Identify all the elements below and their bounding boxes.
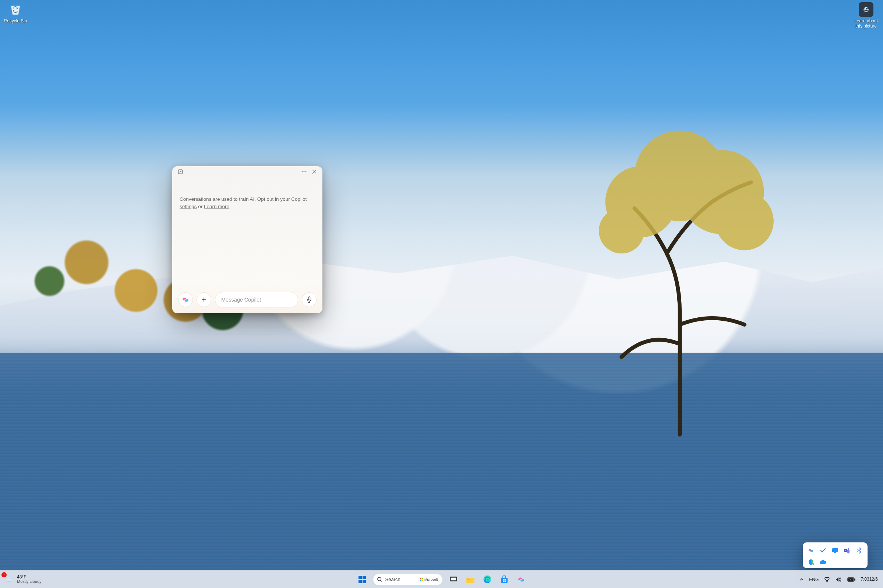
svg-text:T: T [845, 549, 847, 552]
windows-spotlight[interactable]: Learn about this picture [852, 2, 880, 28]
tray-your-phone-icon[interactable] [831, 546, 839, 555]
tray-todo-icon[interactable] [818, 546, 827, 555]
svg-rect-33 [504, 580, 506, 582]
system-tray: ENG 7:03 12/6 [797, 571, 883, 588]
weather-condition: Mostly cloudy [17, 579, 42, 584]
svg-rect-27 [467, 579, 470, 580]
svg-rect-26 [466, 579, 474, 583]
recycle-bin-icon [8, 1, 24, 17]
more-button[interactable] [299, 167, 309, 176]
svg-point-23 [377, 578, 381, 580]
tray-copilot-icon[interactable] [806, 546, 815, 555]
taskbar-search[interactable]: Search Microsoft [373, 574, 443, 585]
file-explorer-button[interactable] [463, 572, 478, 587]
svg-rect-13 [834, 552, 836, 553]
task-view-button[interactable] [446, 572, 461, 587]
svg-rect-21 [358, 580, 362, 583]
svg-point-34 [827, 581, 827, 582]
svg-rect-11 [308, 297, 310, 300]
svg-point-6 [865, 8, 866, 9]
svg-point-9 [304, 171, 305, 172]
weather-widget[interactable]: 7 48°F Mostly cloudy [4, 571, 42, 588]
search-placeholder: Search [385, 577, 415, 582]
clock-date: 12/6 [869, 577, 878, 582]
weather-icon: 7 [4, 574, 14, 585]
svg-point-3 [716, 192, 774, 250]
expand-button[interactable] [175, 167, 185, 176]
wifi-icon[interactable] [821, 572, 833, 587]
svg-point-4 [599, 208, 644, 254]
spotlight-icon [859, 2, 873, 17]
svg-rect-12 [832, 548, 838, 552]
copilot-input-row: Message Copilot [172, 288, 322, 313]
svg-point-10 [305, 171, 307, 172]
microphone-button[interactable] [302, 292, 317, 307]
svg-rect-22 [363, 580, 366, 583]
clock[interactable]: 7:03 12/6 [858, 572, 880, 587]
svg-rect-36 [854, 579, 855, 580]
weather-alert-badge: 7 [2, 572, 7, 578]
svg-point-16 [848, 548, 850, 550]
search-icon [377, 577, 382, 582]
tray-overflow-button[interactable] [797, 572, 806, 587]
svg-rect-20 [363, 576, 366, 579]
battery-icon[interactable] [845, 572, 857, 587]
tray-overflow-flyout: T [803, 542, 868, 568]
recycle-bin[interactable]: Recycle Bin [2, 1, 29, 24]
copilot-notice-end: . [229, 204, 231, 209]
copilot-learn-more-link[interactable]: Learn more [204, 204, 229, 209]
spotlight-label: Learn about this picture [852, 18, 880, 28]
close-button[interactable] [309, 167, 319, 176]
volume-icon[interactable] [833, 572, 844, 587]
copilot-message-input[interactable]: Message Copilot [215, 292, 298, 308]
svg-point-8 [302, 171, 303, 172]
search-ms-chip: Microsoft [418, 577, 440, 582]
clock-time: 7:03 [860, 577, 869, 582]
tray-bluetooth-icon[interactable] [854, 546, 863, 555]
copilot-titlebar[interactable] [172, 166, 322, 177]
tray-teams-icon[interactable]: T [842, 546, 851, 555]
tray-security-icon[interactable] [806, 558, 815, 567]
svg-rect-25 [451, 578, 456, 580]
copilot-settings-link[interactable]: settings [180, 204, 197, 209]
new-topic-button[interactable] [197, 292, 211, 307]
copilot-notice-text: Conversations are used to train AI. Opt … [180, 196, 307, 202]
taskbar: 7 48°F Mostly cloudy Search Microsoft [0, 570, 883, 588]
svg-rect-30 [503, 579, 504, 580]
svg-rect-29 [501, 578, 508, 583]
tray-onedrive-icon[interactable] [818, 558, 827, 567]
copilot-taskbar-button[interactable] [513, 572, 529, 587]
copilot-body: Conversations are used to train AI. Opt … [172, 177, 322, 288]
svg-rect-19 [358, 576, 362, 579]
copilot-notice-or: or [197, 204, 204, 209]
copilot-logo[interactable] [178, 292, 193, 307]
recycle-bin-label: Recycle Bin [2, 18, 29, 24]
taskbar-center: Search Microsoft [355, 571, 529, 588]
start-button[interactable] [355, 572, 370, 587]
svg-rect-32 [503, 580, 504, 582]
store-button[interactable] [496, 572, 512, 587]
copilot-placeholder: Message Copilot [221, 297, 261, 303]
wallpaper-lone-tree [547, 118, 812, 441]
language-indicator[interactable]: ENG [807, 572, 821, 587]
svg-rect-31 [504, 579, 506, 580]
copilot-window: Conversations are used to train AI. Opt … [172, 166, 322, 313]
edge-button[interactable] [480, 572, 495, 587]
